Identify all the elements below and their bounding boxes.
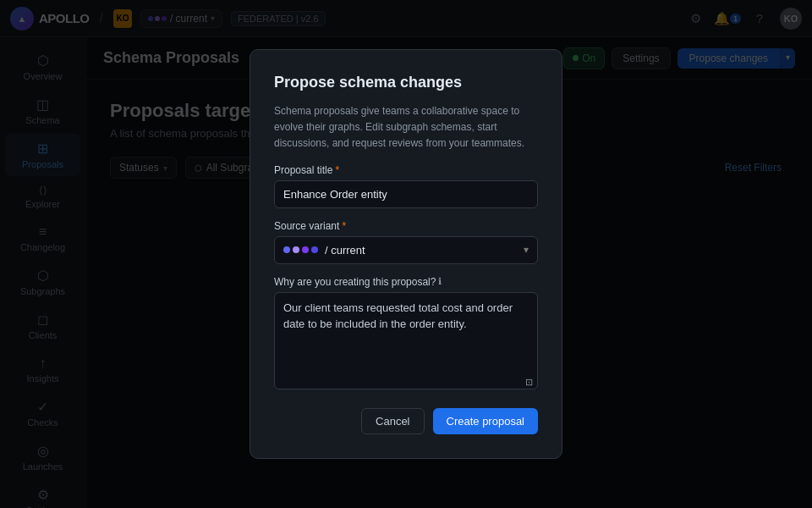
proposal-title-field: Proposal title * [274, 164, 538, 208]
source-variant-text: / current [325, 244, 365, 257]
modal-title: Propose schema changes [274, 74, 538, 91]
source-variant-value: / current [283, 244, 365, 257]
source-variant-label: Source variant * [274, 220, 538, 232]
select-chevron-icon: ▾ [524, 244, 529, 256]
textarea-wrapper: ⊡ [274, 292, 538, 394]
cancel-button[interactable]: Cancel [361, 408, 424, 434]
modal-description: Schema proposals give teams a collaborat… [274, 103, 538, 152]
proposal-title-input[interactable] [274, 180, 538, 208]
source-variant-field: Source variant * / current ▾ [274, 220, 538, 264]
info-icon: ℹ [438, 276, 442, 287]
why-field: Why are you creating this proposal? ℹ ⊡ [274, 276, 538, 394]
source-required-marker: * [342, 220, 346, 232]
why-label: Why are you creating this proposal? ℹ [274, 276, 538, 288]
why-textarea[interactable] [274, 292, 538, 390]
markdown-icon: ⊡ [525, 377, 533, 388]
modal-footer: Cancel Create proposal [274, 408, 538, 434]
create-proposal-button[interactable]: Create proposal [433, 408, 539, 434]
required-marker: * [335, 164, 339, 176]
source-variant-select[interactable]: / current ▾ [274, 236, 538, 264]
variant-dots [283, 246, 318, 253]
modal-overlay: Propose schema changes Schema proposals … [0, 0, 812, 508]
proposal-title-label: Proposal title * [274, 164, 538, 176]
propose-modal: Propose schema changes Schema proposals … [250, 49, 562, 459]
